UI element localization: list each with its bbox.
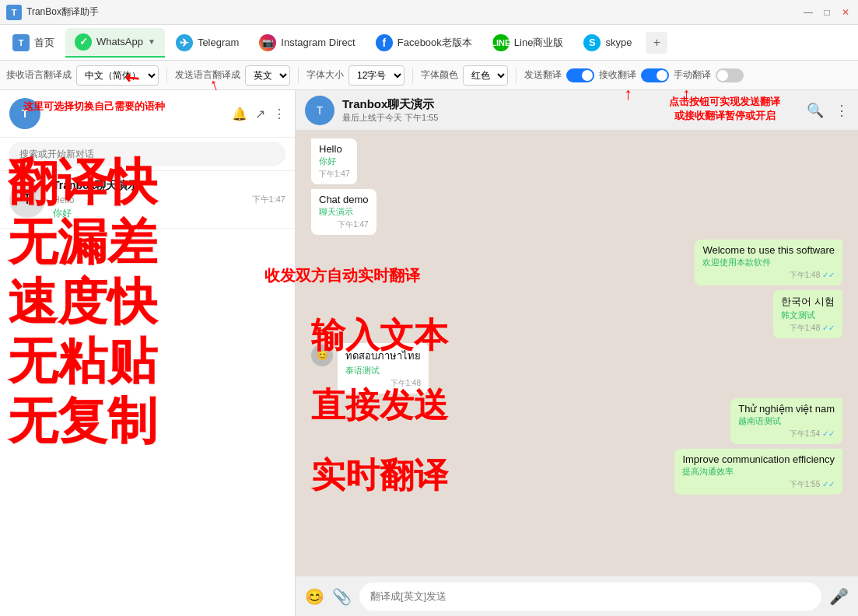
skype-tab-icon: S xyxy=(583,34,601,51)
msg-3-sub: 欢迎使用本款软件 xyxy=(702,257,835,268)
manual-translate-toggle[interactable] xyxy=(716,68,744,82)
chat-action-icons: 🔍 ⋮ xyxy=(807,102,849,119)
msg-1-time: 下午1:47 xyxy=(319,169,349,180)
chat-item-name: Tranbox聊天演示 xyxy=(53,179,244,193)
chat-item-avatar: T xyxy=(9,182,45,218)
telegram-tab-label: Telegram xyxy=(198,37,239,48)
send-lang-label: 发送语言翻译成 xyxy=(175,68,240,82)
toolbar-divider-2 xyxy=(298,68,299,83)
attach-icon[interactable]: 📎 xyxy=(332,587,352,606)
receive-lang-label: 接收语言翻译成 xyxy=(6,68,72,82)
msg-3: Welcome to use this software 欢迎使用本款软件 下午… xyxy=(695,240,842,285)
chat-area: T Tranbox聊天演示 最后上线于今天 下午1:55 🔍 ⋮ Hello 你… xyxy=(296,90,858,616)
tab-line[interactable]: LINE Line商业版 xyxy=(483,28,573,58)
home-tab-label: 首页 xyxy=(34,36,54,50)
msg-4-time: 下午1:48 ✓✓ xyxy=(781,323,835,334)
facebook-tab-label: Facebook老版本 xyxy=(397,36,472,50)
chat-icon-3[interactable]: ⋮ xyxy=(273,107,285,121)
instagram-tab-label: Instagram Direct xyxy=(281,37,355,48)
chat-header: T Tranbox聊天演示 最后上线于今天 下午1:55 🔍 ⋮ xyxy=(296,90,858,131)
send-translate-label: 发送翻译 xyxy=(524,68,562,82)
tab-skype[interactable]: S skype xyxy=(574,28,641,58)
app-title: TranBox翻译助手 xyxy=(26,5,802,19)
font-size-select[interactable]: 12字号 xyxy=(348,65,404,86)
chat-item[interactable]: T Tranbox聊天演示 Hello 你好 下午1:47 xyxy=(0,171,295,229)
chat-icon-2[interactable]: ↗ xyxy=(255,107,265,121)
telegram-tab-icon: ✈ xyxy=(176,34,193,51)
message-input[interactable] xyxy=(359,583,821,611)
chat-list-panel: T 🔔 ↗ ⋮ T Tranbox聊天演示 Hello 你好 下午1:47 xyxy=(0,90,296,616)
receive-lang-select[interactable]: 中文（简体） xyxy=(76,65,159,86)
tab-home[interactable]: T 首页 xyxy=(3,28,64,58)
whatsapp-tab-label: WhatsApp xyxy=(96,36,143,47)
chat-icon-1[interactable]: 🔔 xyxy=(232,107,247,121)
instagram-tab-icon: 📷 xyxy=(259,34,276,51)
font-color-select[interactable]: 红色 xyxy=(463,65,508,86)
msg-5-time: 下午1:48 xyxy=(345,378,421,389)
maximize-btn[interactable]: □ xyxy=(821,6,833,19)
window-controls: — □ ✕ xyxy=(802,6,852,19)
search-chat-icon[interactable]: 🔍 xyxy=(807,102,824,119)
chat-item-preview: Hello xyxy=(53,194,244,205)
font-size-label: 字体大小 xyxy=(306,68,344,82)
main-content: T 🔔 ↗ ⋮ T Tranbox聊天演示 Hello 你好 下午1:47 xyxy=(0,90,858,616)
msg-6-text: Thử nghiệm việt nam xyxy=(738,403,835,415)
msg-5-avatar: 😊 xyxy=(311,345,333,366)
tab-facebook[interactable]: f Facebook老版本 xyxy=(366,28,482,58)
chat-contact-avatar: T xyxy=(305,96,334,125)
toolbar-divider-1 xyxy=(166,68,167,83)
msg-3-time: 下午1:48 ✓✓ xyxy=(702,270,835,281)
user-avatar: T xyxy=(9,98,40,129)
facebook-tab-icon: f xyxy=(376,34,393,51)
msg-4-sub: 韩文测试 xyxy=(781,310,835,321)
msg-2-text: Chat demo xyxy=(319,194,369,205)
tabbar: T 首页 ✓ WhatsApp ▼ ✈ Telegram 📷 Instagram… xyxy=(0,25,858,61)
msg-7-sub: 提高沟通效率 xyxy=(682,466,835,478)
manual-translate-label: 手动翻译 xyxy=(674,68,711,82)
more-options-icon[interactable]: ⋮ xyxy=(835,102,849,119)
big-text-3: 速度快 xyxy=(8,272,157,332)
toolbar-divider-3 xyxy=(412,68,413,83)
emoji-icon[interactable]: 😊 xyxy=(305,587,324,606)
msg-4: 한국어 시험 韩文测试 下午1:48 ✓✓ xyxy=(773,290,842,338)
toolbar: 接收语言翻译成 中文（简体） 发送语言翻译成 英文 字体大小 12字号 字体颜色… xyxy=(0,61,858,90)
chat-header-icons: 🔔 ↗ ⋮ xyxy=(232,107,285,121)
chat-item-time: 下午1:47 xyxy=(252,194,285,205)
tab-instagram[interactable]: 📷 Instagram Direct xyxy=(250,28,364,58)
receive-translate-toggle[interactable] xyxy=(641,68,669,82)
msg-3-check: ✓✓ xyxy=(822,271,835,279)
add-tab-button[interactable]: + xyxy=(646,32,667,54)
msg-7-text: Improve communication efficiency xyxy=(682,453,835,465)
mic-icon[interactable]: 🎤 xyxy=(829,587,849,606)
chat-list-header: T 🔔 ↗ ⋮ xyxy=(0,90,295,138)
app-icon: T xyxy=(6,5,22,20)
titlebar: T TranBox翻译助手 — □ ✕ xyxy=(0,0,858,25)
msg-1: Hello 你好 下午1:47 xyxy=(311,138,357,184)
msg-4-text: 한국어 시험 xyxy=(781,295,835,309)
chat-contact-status: 最后上线于今天 下午1:55 xyxy=(342,112,799,124)
msg-1-sub: 你好 xyxy=(319,156,349,167)
msg-5-sub: 泰语测试 xyxy=(345,365,421,376)
whatsapp-dropdown-icon: ▼ xyxy=(148,37,156,46)
msg-5-container: 😊 ทดสอบภาษาไทย 泰语测试 下午1:48 xyxy=(311,343,842,394)
search-bar xyxy=(0,138,295,171)
send-lang-select[interactable]: 英文 xyxy=(245,65,290,86)
search-input[interactable] xyxy=(9,142,285,166)
send-translate-toggle[interactable] xyxy=(566,68,594,82)
msg-6-check: ✓✓ xyxy=(822,429,835,438)
home-tab-icon: T xyxy=(12,34,30,51)
msg-5: ทดสอบภาษาไทย 泰语测试 下午1:48 xyxy=(338,343,429,394)
tab-telegram[interactable]: ✈ Telegram xyxy=(166,28,248,58)
msg-6: Thử nghiệm việt nam 越南语测试 下午1:54 ✓✓ xyxy=(730,398,842,444)
receive-translate-label: 接收翻译 xyxy=(599,68,636,82)
close-btn[interactable]: ✕ xyxy=(839,6,852,19)
msg-7-check: ✓✓ xyxy=(822,480,835,488)
msg-1-text: Hello xyxy=(319,143,349,155)
msg-7: Improve communication efficiency 提高沟通效率 … xyxy=(674,449,842,495)
tab-whatsapp[interactable]: ✓ WhatsApp ▼ xyxy=(65,28,165,58)
msg-7-time: 下午1:55 ✓✓ xyxy=(682,479,835,490)
minimize-btn[interactable]: — xyxy=(802,6,814,19)
msg-5-text: ทดสอบภาษาไทย xyxy=(345,348,421,364)
msg-6-sub: 越南语测试 xyxy=(738,415,835,427)
msg-6-time: 下午1:54 ✓✓ xyxy=(738,429,835,439)
